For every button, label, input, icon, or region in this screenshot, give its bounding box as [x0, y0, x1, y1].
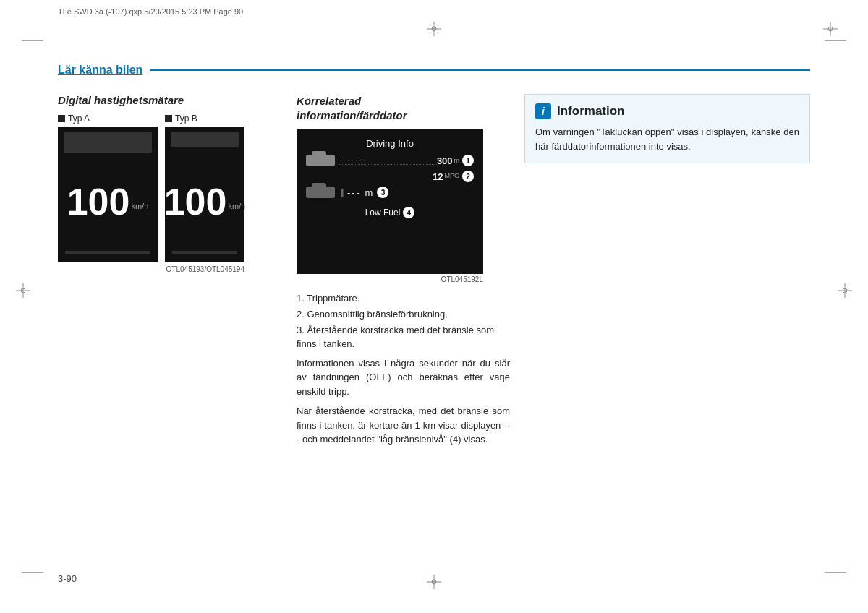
list-item-1: 1. Trippmätare. — [297, 292, 510, 305]
driving-info-title: Driving Info — [366, 138, 414, 149]
list-item-3: 3. Återstående körsträcka med det bränsl… — [297, 324, 510, 350]
speedo-b-value: 100 — [164, 183, 227, 220]
row4-num: 4 — [403, 207, 414, 218]
main-content: Digital hastighetsmätare Typ A 100 km/h — [58, 94, 810, 541]
corner-dash-top-left — [22, 40, 43, 41]
speedometer-a: 100 km/h — [58, 127, 158, 262]
otl-label-left: OTL045193/OTL045194 — [165, 265, 244, 273]
row2-num: 2 — [462, 171, 474, 182]
car-icon-2 — [306, 187, 335, 198]
info-box: i Information Om varningen "Takluckan öp… — [524, 94, 810, 163]
corner-dash-top-right — [825, 40, 846, 41]
low-fuel-label: Low Fuel — [365, 207, 401, 218]
page-number: 3-90 — [58, 573, 77, 584]
crosshair-top-icon — [425, 20, 443, 40]
info-box-title: Information — [557, 104, 625, 119]
speedo-a-value: 100 — [67, 183, 130, 220]
type-b-label: Typ B — [165, 113, 197, 124]
driving-info-row-2: 12 MPG 2 — [306, 171, 474, 182]
info-box-text: Om varningen "Takluckan öppen" visas i d… — [535, 125, 799, 154]
corner-dash-bottom-right — [825, 572, 846, 573]
info-box-header: i Information — [535, 103, 799, 119]
driving-info-row-1: · · · · · · · 300 m 1 — [306, 155, 474, 166]
driving-info-row-4: Low Fuel 4 — [306, 207, 474, 218]
speedo-a-unit: km/h — [131, 202, 148, 210]
type-b-square-icon — [165, 115, 172, 122]
speedometers-container: Typ A 100 km/h Typ B — [58, 113, 282, 273]
row2-value: 12 — [433, 171, 443, 182]
right-column: i Information Om varningen "Takluckan öp… — [524, 94, 810, 541]
driving-info-display: Driving Info · · · · · · · 300 m 1 12 MP… — [297, 129, 483, 274]
driving-info-row-3: ▌ --- m 3 — [306, 187, 474, 198]
header-meta: TLe SWD 3a (-107).qxp 5/20/2015 5:23 PM … — [58, 7, 243, 16]
speedo-a-bottom-bar — [65, 251, 150, 254]
row2-unit: MPG — [445, 172, 460, 179]
row1-num: 1 — [462, 155, 474, 166]
list-item-2: 2. Genomsnittlig bränsleförbrukning. — [297, 308, 510, 321]
crosshair-left-icon — [14, 282, 32, 301]
left-col-title: Digital hastighetsmätare — [58, 94, 282, 106]
type-a-square-icon — [58, 115, 65, 122]
section-title: Lär känna bilen — [58, 64, 150, 77]
numbered-list: 1. Trippmätare. 2. Genomsnittlig bränsle… — [297, 292, 510, 351]
section-header: Lär känna bilen — [58, 64, 810, 77]
speedo-b-top-bar — [171, 132, 239, 147]
speedo-a-speed-row: 100 km/h — [67, 168, 149, 220]
speedometer-b: 100 km/h — [165, 127, 244, 262]
type-a-label: Typ A — [58, 113, 90, 124]
corner-dash-bottom-left — [22, 572, 43, 573]
speedo-a-top-bar — [64, 132, 152, 153]
speedo-b-bottom-bar — [172, 251, 237, 254]
speedo-group-b: Typ B 100 km/h OTL045193/OTL045194 — [165, 113, 244, 273]
row1-unit: m — [454, 157, 460, 164]
row3-num: 3 — [377, 187, 388, 198]
left-column: Digital hastighetsmätare Typ A 100 km/h — [58, 94, 282, 541]
row1-value: 300 — [437, 155, 453, 166]
car-icon-1 — [306, 155, 335, 166]
crosshair-top-right-icon — [822, 20, 839, 40]
mid-col-title: Körrelaterad information/färddator — [297, 94, 510, 122]
speedo-group-a: Typ A 100 km/h — [58, 113, 158, 273]
section-divider — [150, 69, 810, 71]
crosshair-bottom-icon — [425, 573, 443, 593]
body-text-1: Informationen visas i några sekunder när… — [297, 356, 510, 399]
body-text-2: När återstående körsträcka, med det brän… — [297, 404, 510, 447]
row3-dashes: --- m — [347, 187, 374, 198]
speedo-b-unit: km/h — [228, 202, 245, 210]
mid-column: Körrelaterad information/färddator Drivi… — [297, 94, 510, 541]
crosshair-right-icon — [836, 282, 854, 301]
speedo-b-speed-row: 100 km/h — [164, 168, 246, 220]
info-icon: i — [535, 103, 551, 119]
otl-label-mid: OTL045192L — [297, 275, 483, 283]
